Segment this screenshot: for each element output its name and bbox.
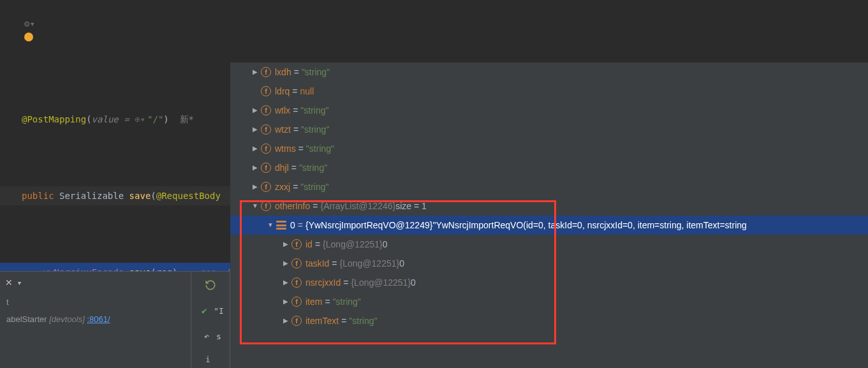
gear-icon: ⚙▾ — [24, 14, 35, 33]
field-icon: f — [261, 86, 271, 96]
variable-row[interactable]: ▼0 = {YwNsrcjImportReqVO@12249} "YwNsrcj… — [230, 216, 868, 235]
undo-row: ↶ s — [200, 329, 221, 343]
rerun-icon[interactable] — [203, 278, 217, 292]
intention-bulb-icon[interactable] — [24, 33, 33, 41]
variable-value: "string" — [306, 139, 334, 158]
variable-row[interactable]: ▶fwtzt = "string" — [230, 120, 868, 139]
variable-name: otherInfo — [275, 196, 310, 216]
variable-row[interactable]: ▶flxdh = "string" — [230, 63, 868, 82]
close-icon[interactable]: ✕ — [5, 277, 13, 288]
chevron-right-icon[interactable]: ▶ — [249, 139, 261, 158]
chevron-right-icon[interactable]: ▶ — [280, 311, 291, 330]
check-icon[interactable]: ✔ — [197, 304, 211, 318]
variable-row[interactable]: ▶fitem = "string" — [230, 292, 868, 311]
variable-row[interactable]: ▶fnsrcjxxId = {Long@12251} 0 — [230, 273, 868, 292]
chevron-down-icon[interactable]: ▾ — [18, 279, 21, 286]
variable-name: 0 — [290, 216, 295, 235]
variable-row[interactable]: fldrq = null — [230, 82, 868, 101]
variable-row[interactable]: ▶fzxxj = "string" — [230, 177, 868, 196]
variable-name: id — [305, 235, 313, 254]
chevron-down-icon[interactable]: ▼ — [249, 196, 261, 216]
variable-value: null — [300, 82, 314, 101]
globe-icon: ⊕▾ — [135, 110, 145, 129]
variable-row[interactable]: ▶ftaskId = {Long@12251} 0 — [230, 254, 868, 273]
field-icon: f — [261, 201, 271, 211]
field-icon: f — [291, 258, 302, 269]
variable-tostring: "YwNsrcjImportReqVO(id=0, taskId=0, nsrc… — [432, 216, 746, 235]
field-icon: f — [261, 182, 271, 192]
variable-value-extra: size = 1 — [395, 196, 427, 216]
variable-name: nsrcjxxId — [305, 273, 341, 292]
variable-value: "string" — [302, 63, 330, 82]
variable-value: "string" — [299, 158, 327, 177]
evaluation-ok-row: ✔ "I — [197, 304, 224, 318]
variable-value: {ArrayList@12246} — [320, 196, 395, 216]
variable-value: {Long@12251} — [351, 273, 411, 292]
field-icon: f — [261, 124, 271, 135]
run-dashboard-panel[interactable]: ✕ ▾ t abelStarter [devtools] :8061/ — [0, 271, 191, 368]
variable-name: wtlx — [275, 101, 290, 120]
variable-row[interactable]: ▶fid = {Long@12251} 0 — [230, 235, 868, 254]
variable-value: "string" — [333, 292, 361, 311]
chevron-right-icon[interactable]: ▶ — [249, 101, 261, 120]
panel-toolbar: ✕ ▾ — [0, 272, 191, 293]
panel-text-row: abelStarter [devtools] :8061/ — [0, 311, 191, 328]
undo-icon[interactable]: ↶ — [200, 329, 214, 343]
field-icon: f — [261, 144, 271, 154]
debugger-variables-popup[interactable]: ▶flxdh = "string"fldrq = null▶fwtlx = "s… — [230, 63, 868, 368]
field-icon: f — [261, 67, 271, 77]
variable-value: "string" — [300, 101, 328, 120]
chevron-right-icon[interactable]: ▶ — [249, 177, 261, 196]
variable-row[interactable]: ▶fdhjl = "string" — [230, 158, 868, 177]
variable-row[interactable]: ▶fwtms = "string" — [230, 139, 868, 158]
variable-name: wtzt — [275, 120, 291, 139]
chevron-right-icon[interactable]: ▶ — [280, 292, 291, 311]
field-icon: f — [291, 316, 302, 326]
variable-row[interactable]: ▼fotherInfo = {ArrayList@12246} size = 1 — [230, 196, 868, 216]
chevron-right-icon[interactable]: ▶ — [249, 120, 261, 139]
variable-name: zxxj — [275, 177, 290, 196]
variable-name: wtms — [275, 139, 296, 158]
variable-value-extra: 0 — [383, 235, 388, 254]
chevron-right-icon[interactable]: ▶ — [249, 158, 261, 177]
array-element-icon — [276, 221, 286, 230]
chevron-right-icon[interactable]: ▶ — [280, 254, 291, 273]
chevron-down-icon[interactable]: ▼ — [265, 216, 276, 235]
variable-name: ldrq — [275, 82, 290, 101]
field-icon: f — [291, 277, 302, 288]
chevron-right-icon[interactable]: ▶ — [280, 235, 291, 254]
chevron-right-icon[interactable]: ▶ — [280, 273, 291, 292]
field-icon: f — [291, 297, 302, 307]
port-link[interactable]: :8061/ — [87, 314, 110, 324]
variable-name: item — [305, 292, 322, 311]
variable-name: itemText — [305, 311, 339, 330]
field-icon: f — [261, 163, 271, 173]
variable-value: "string" — [349, 311, 377, 330]
annotation: @PostMapping — [22, 114, 86, 124]
indent-label: i — [194, 355, 210, 364]
variable-value: {Long@12251} — [323, 235, 383, 254]
field-icon: f — [261, 105, 271, 115]
variable-value: {YwNsrcjImportReqVO@12249} — [305, 216, 432, 235]
variable-value: "string" — [301, 120, 329, 139]
variable-name: lxdh — [275, 63, 291, 82]
variable-row[interactable]: ▶fwtlx = "string" — [230, 101, 868, 120]
variable-value: {Long@12251} — [340, 254, 400, 273]
field-icon: f — [291, 239, 302, 249]
chevron-right-icon[interactable]: ▶ — [249, 63, 261, 82]
variable-row[interactable]: ▶fitemText = "string" — [230, 311, 868, 330]
variable-name: dhjl — [275, 158, 289, 177]
variable-value-extra: 0 — [411, 273, 416, 292]
variable-value: "string" — [300, 177, 328, 196]
variable-name: taskId — [305, 254, 329, 273]
panel-text-row: t — [0, 293, 191, 311]
variable-value-extra: 0 — [399, 254, 404, 273]
debug-stepping-toolbar: ✔ "I ↶ s i — [191, 271, 230, 368]
